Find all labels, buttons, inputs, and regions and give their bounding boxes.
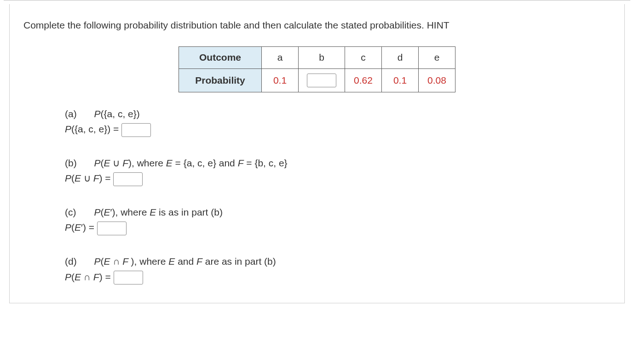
instruction-text: Complete the following probability distr… xyxy=(23,18,611,33)
q-c-input[interactable] xyxy=(97,222,127,235)
q-d-f2: F xyxy=(196,256,202,267)
q-b-mid2: ), where xyxy=(128,158,166,168)
q-c-mid1: ( xyxy=(101,207,104,217)
table-row: Probability 0.1 0.62 0.1 0.08 xyxy=(179,68,455,92)
prob-c: 0.62 xyxy=(345,68,382,92)
q-b-eq1: = {a, c, e} and xyxy=(173,158,238,168)
q-b-ans-f: F xyxy=(93,173,99,183)
q-b-union: ∪ xyxy=(110,158,123,168)
q-d-label: (d) xyxy=(65,254,86,269)
q-d-p: P xyxy=(94,256,101,267)
table-row: Outcome a b c d e xyxy=(179,46,455,68)
q-b-ans-union: ∪ xyxy=(81,173,93,183)
instruction-main: Complete the following probability distr… xyxy=(23,20,427,30)
outcome-d: d xyxy=(382,46,419,68)
q-b-f: F xyxy=(122,158,128,168)
q-c-prime: ′), where xyxy=(110,207,150,217)
q-c-ans-mid1: ( xyxy=(71,222,75,233)
questions-section: (a) P({a, c, e}) P({a, c, e}) = (b) P(E … xyxy=(23,106,611,285)
prob-b-input[interactable] xyxy=(307,74,336,87)
q-d-and: and xyxy=(175,256,196,267)
question-container: Complete the following probability distr… xyxy=(9,4,625,303)
q-d-mid2: ), where xyxy=(131,256,169,267)
q-c-p: P xyxy=(94,207,101,217)
hint-link[interactable]: HINT xyxy=(427,20,450,30)
outcome-b: b xyxy=(299,46,345,68)
prob-e: 0.08 xyxy=(419,68,455,92)
q-d-ans-mid2: ) = xyxy=(99,272,114,282)
outcome-a: a xyxy=(262,46,299,68)
prob-a: 0.1 xyxy=(262,68,299,92)
q-b-ans-mid1: ( xyxy=(71,173,75,183)
q-b-eq2: = {b, c, e} xyxy=(243,158,287,168)
q-c-ans-p: P xyxy=(65,222,71,233)
q-d-mid1: ( xyxy=(101,256,104,267)
q-d-input[interactable] xyxy=(114,271,143,284)
prob-d: 0.1 xyxy=(382,68,419,92)
outcome-header: Outcome xyxy=(179,46,262,68)
q-b-ans-p: P xyxy=(65,173,71,183)
q-d-ans-inter: ∩ xyxy=(81,272,93,282)
question-d: (d) P(E ∩ F ), where E and F are as in p… xyxy=(65,254,611,284)
q-a-input[interactable] xyxy=(121,123,151,137)
q-a-answer-p: P xyxy=(65,124,71,134)
q-d-ans-f: F xyxy=(93,272,99,282)
q-b-e2: E xyxy=(166,158,173,168)
q-d-e2: E xyxy=(168,256,175,267)
q-b-ans-mid2: ) = xyxy=(99,173,114,183)
q-c-ans-rest: ′) = xyxy=(81,222,97,233)
q-a-prompt-p: P xyxy=(94,108,101,119)
prob-b-cell xyxy=(299,68,345,92)
q-a-prompt-set: ({a, c, e}) xyxy=(101,108,140,119)
probability-table: Outcome a b c d e Probability 0.1 0.62 0… xyxy=(179,46,455,92)
q-d-ans-e: E xyxy=(75,272,81,282)
question-b: (b) P(E ∪ F), where E = {a, c, e} and F … xyxy=(65,155,611,186)
q-d-e: E xyxy=(104,256,110,267)
q-b-label: (b) xyxy=(65,155,86,171)
q-b-ans-e: E xyxy=(75,173,81,183)
q-d-ans-mid1: ( xyxy=(71,272,75,282)
probability-header: Probability xyxy=(179,68,262,92)
outcome-c: c xyxy=(345,46,382,68)
q-b-mid1: ( xyxy=(101,158,104,168)
q-b-f2: F xyxy=(238,158,244,168)
q-d-f: F xyxy=(122,256,131,267)
q-c-e: E xyxy=(104,207,110,217)
q-d-ans-p: P xyxy=(65,272,71,282)
q-c-label: (c) xyxy=(65,205,86,220)
q-c-rest: is as in part (b) xyxy=(156,207,223,217)
probability-table-wrapper: Outcome a b c d e Probability 0.1 0.62 0… xyxy=(23,46,611,92)
q-b-p: P xyxy=(94,158,101,168)
q-c-ans-e: E xyxy=(75,222,81,233)
question-a: (a) P({a, c, e}) P({a, c, e}) = xyxy=(65,106,611,137)
q-b-input[interactable] xyxy=(113,172,143,186)
q-a-label: (a) xyxy=(65,106,86,122)
q-b-e: E xyxy=(104,158,110,168)
q-d-inter: ∩ xyxy=(110,256,123,267)
q-d-rest: are as in part (b) xyxy=(202,256,276,267)
q-c-e2: E xyxy=(150,207,156,217)
question-c: (c) P(E′), where E is as in part (b) P(E… xyxy=(65,205,611,235)
outcome-e: e xyxy=(419,46,455,68)
q-a-answer-set: ({a, c, e}) = xyxy=(71,124,121,134)
